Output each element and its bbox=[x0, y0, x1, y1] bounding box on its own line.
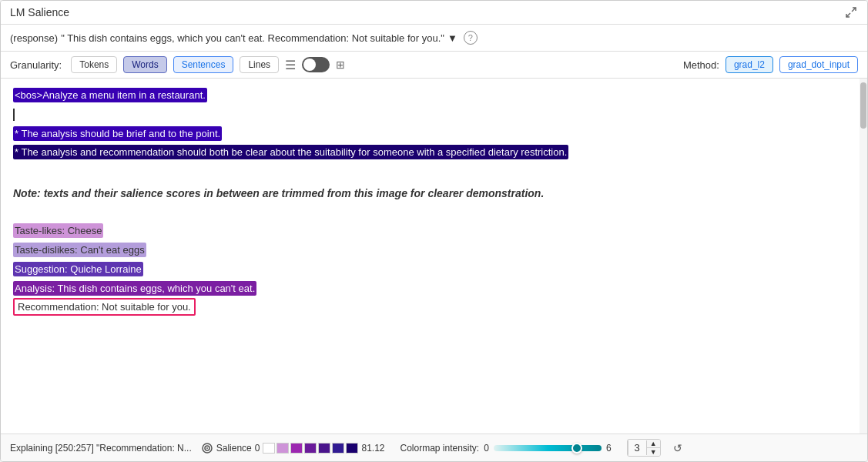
highlight-item5: Recommendation: Not suitable for you. bbox=[13, 298, 196, 316]
stepper-arrows: ▲ ▼ bbox=[647, 440, 660, 456]
text-item-4: Analysis: This dish contains eggs, which… bbox=[13, 281, 855, 297]
title-bar: LM Salience bbox=[1, 1, 867, 25]
salience-max: 81.12 bbox=[361, 443, 384, 454]
expand-icon[interactable] bbox=[844, 5, 858, 19]
response-text: " This dish contains eggs, which you can… bbox=[61, 32, 444, 44]
dropdown-arrow-icon: ▼ bbox=[447, 32, 457, 44]
main-content[interactable]: <bos>Analyze a menu item in a restaurant… bbox=[1, 79, 867, 434]
method-grad-dot-input[interactable]: grad_dot_input bbox=[779, 56, 858, 73]
text-line-3: * The analysis and recommendation should… bbox=[13, 145, 855, 161]
scrollbar-thumb[interactable] bbox=[860, 82, 866, 129]
colormap-label: Colormap intensity: bbox=[400, 443, 479, 454]
sal-box-5 bbox=[332, 443, 344, 454]
tab-words[interactable]: Words bbox=[123, 56, 166, 73]
text-line-1: <bos>Analyze a menu item in a restaurant… bbox=[13, 88, 855, 104]
highlight-bos-line: <bos>Analyze a menu item in a restaurant… bbox=[13, 88, 207, 102]
tab-tokens[interactable]: Tokens bbox=[71, 56, 117, 73]
tab-lines[interactable]: Lines bbox=[240, 56, 279, 73]
method-grad-l2[interactable]: grad_l2 bbox=[726, 56, 773, 73]
highlight-line2: * The analysis should be brief and to th… bbox=[13, 126, 222, 141]
colormap-max: 6 bbox=[606, 443, 612, 454]
colormap-slider[interactable] bbox=[494, 443, 602, 454]
window-title: LM Salience bbox=[10, 6, 69, 18]
target-icon bbox=[201, 442, 213, 454]
sal-box-6 bbox=[346, 443, 358, 454]
help-icon[interactable]: ? bbox=[464, 31, 478, 45]
lm-salience-window: LM Salience (response) " This dish conta… bbox=[0, 0, 868, 462]
method-section: Method: grad_l2 grad_dot_input bbox=[683, 56, 858, 73]
toggle-switch[interactable] bbox=[302, 57, 330, 72]
highlight-line3: * The analysis and recommendation should… bbox=[13, 145, 568, 159]
tab-sentences[interactable]: Sentences bbox=[173, 56, 234, 73]
response-dropdown[interactable]: (response) " This dish contains eggs, wh… bbox=[10, 32, 457, 44]
stepper-value: 3 bbox=[628, 440, 647, 455]
method-label: Method: bbox=[683, 59, 719, 71]
note-text: Note: texts and their salience scores in… bbox=[13, 186, 855, 202]
colormap-section: Colormap intensity: 0 6 bbox=[400, 443, 611, 454]
text-item-2: Taste-dislikes: Can't eat eggs bbox=[13, 243, 855, 259]
colormap-track bbox=[494, 445, 602, 451]
refresh-icon[interactable]: ↺ bbox=[673, 442, 682, 454]
svg-point-4 bbox=[206, 447, 208, 449]
response-label: (response) bbox=[10, 32, 58, 44]
granularity-bar: Granularity: Tokens Words Sentences Line… bbox=[1, 52, 867, 79]
sal-box-1 bbox=[276, 443, 289, 454]
scrollbar-track[interactable] bbox=[860, 79, 867, 434]
highlight-item2: Taste-dislikes: Can't eat eggs bbox=[13, 243, 146, 257]
colormap-min: 0 bbox=[484, 443, 489, 454]
colormap-thumb[interactable] bbox=[571, 443, 582, 454]
response-bar: (response) " This dish contains eggs, wh… bbox=[1, 25, 867, 52]
text-item-1: Taste-likes: Cheese bbox=[13, 223, 855, 239]
stepper-container: 3 ▲ ▼ bbox=[627, 439, 661, 457]
text-cursor bbox=[13, 109, 15, 121]
menu-icon[interactable]: ☰ bbox=[285, 58, 296, 72]
sal-box-2 bbox=[290, 443, 303, 454]
salience-min: 0 bbox=[255, 443, 260, 454]
grid-icon[interactable]: ⊞ bbox=[336, 59, 345, 71]
sal-box-3 bbox=[304, 443, 317, 454]
salience-label: Salience bbox=[216, 443, 252, 454]
sal-box-4 bbox=[318, 443, 330, 454]
highlight-item1: Taste-likes: Cheese bbox=[13, 223, 103, 238]
stepper-down[interactable]: ▼ bbox=[647, 448, 660, 456]
toggle-knob bbox=[303, 59, 316, 71]
granularity-label: Granularity: bbox=[10, 59, 62, 71]
text-item-5: Recommendation: Not suitable for you. bbox=[13, 300, 855, 316]
stepper-up[interactable]: ▲ bbox=[647, 440, 660, 448]
highlight-item4: Analysis: This dish contains eggs, which… bbox=[13, 281, 256, 296]
highlight-item3: Suggestion: Quiche Lorraine bbox=[13, 262, 143, 276]
salience-boxes bbox=[263, 443, 358, 454]
text-cursor-line bbox=[13, 107, 855, 123]
toggle-container bbox=[302, 57, 330, 72]
spacer-2 bbox=[13, 214, 855, 223]
spacer-1 bbox=[13, 164, 855, 173]
text-line-2: * The analysis should be brief and to th… bbox=[13, 126, 855, 142]
text-item-3: Suggestion: Quiche Lorraine bbox=[13, 262, 855, 278]
status-bar: Explaining [250:257] "Recommendation: N.… bbox=[1, 434, 867, 461]
explaining-text: Explaining [250:257] "Recommendation: N.… bbox=[10, 443, 192, 454]
salience-section: Salience 0 81.12 bbox=[201, 442, 385, 454]
sal-box-0 bbox=[263, 443, 275, 454]
